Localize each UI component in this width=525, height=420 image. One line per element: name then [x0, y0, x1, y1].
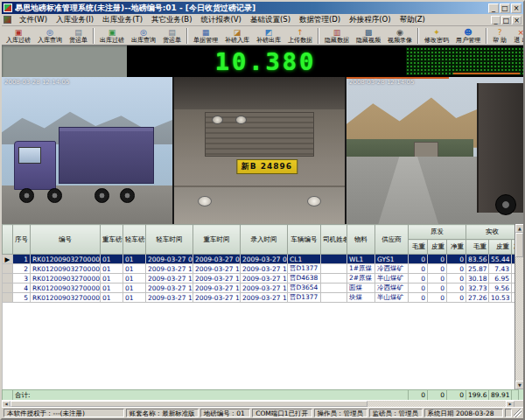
camera-right-feed[interactable]: 2008-03-28 12:14:05 [346, 77, 523, 224]
toolbar-separator [417, 28, 419, 44]
toolbar-button-8[interactable]: ◩补磅出库 [254, 26, 284, 45]
menu-item-6[interactable]: 数据管理(D) [295, 15, 345, 25]
row-selector[interactable] [3, 284, 13, 293]
totals-value: 0 [428, 390, 447, 401]
row-selector[interactable] [3, 274, 13, 284]
toolbar-button-16[interactable]: ×退 出 [511, 26, 525, 45]
column-header-2[interactable]: 重车磅号 [101, 225, 123, 255]
cell: RK0120090327000001 [31, 255, 101, 264]
outbound-search-icon: ◎ [140, 28, 147, 37]
toolbar-button-label: 出库过磅 [100, 37, 124, 44]
camera-center-feed[interactable]: 新B 24896 [174, 77, 346, 224]
cell: 01 [101, 255, 123, 264]
camera-left-feed[interactable]: 2008-03-28 12:14:05 [2, 77, 174, 224]
toolbar-button-9[interactable]: ↑上传数据 [285, 26, 315, 45]
column-header-3[interactable]: 轻车磅号 [123, 225, 146, 255]
column-header-0[interactable]: 序号 [13, 225, 31, 255]
scroll-down-icon[interactable]: ▼ [515, 381, 523, 389]
toolbar-button-7[interactable]: ◪补磅入库 [222, 26, 252, 45]
horizontal-scrollbar[interactable]: ◀ ▶ [2, 400, 523, 407]
menu-item-4[interactable]: 统计报表(V) [196, 15, 245, 25]
toolbar-button-3[interactable]: ▣出库过磅 [97, 26, 127, 45]
maximize-button[interactable]: □ [500, 4, 510, 13]
horizontal-scroll-thumb[interactable] [10, 401, 368, 407]
cell: 0 [447, 264, 466, 274]
scroll-up-icon[interactable]: ▲ [515, 224, 523, 233]
subcolumn-header-0-1[interactable]: 皮重 [428, 240, 447, 255]
column-header-7[interactable]: 车辆编号 [288, 225, 321, 255]
inbound-weigh-icon: ▣ [15, 28, 23, 37]
cell: 2009-03-27 17:46:00 [193, 284, 241, 293]
menu-item-1[interactable]: 入库业务(I) [52, 15, 98, 25]
row-selector[interactable]: ▶ [3, 255, 13, 264]
toolbar-button-5[interactable]: ▤货运单 [160, 26, 184, 45]
toolbar-button-10[interactable]: ▥隐藏数据 [322, 26, 352, 45]
cell [321, 255, 347, 264]
menu-item-8[interactable]: 帮助(Z) [395, 15, 429, 25]
cell: 2009-03-27 09:58:00 [241, 255, 288, 264]
toolbar-button-label: 隐藏视频 [356, 37, 381, 44]
subcolumn-header-0-0[interactable]: 毛重 [409, 240, 428, 255]
toolbar-button-label: 帮 助 [493, 37, 507, 44]
cell: 4 [13, 284, 31, 293]
menu-item-0[interactable]: 文件(W) [15, 15, 52, 25]
cell: 2009-03-27 17:50:00 [146, 274, 193, 284]
column-header-1[interactable]: 编号 [31, 225, 101, 255]
column-header-8[interactable]: 司机姓名 [321, 225, 347, 255]
vertical-scroll-thumb[interactable] [515, 233, 523, 257]
table-row[interactable]: 4RK012009032700000401012009-03-27 17:51:… [3, 284, 515, 293]
column-header-9[interactable]: 物料 [347, 225, 375, 255]
camera-timestamp: 2008-03-28 12:14:05 [4, 79, 69, 86]
subcolumn-header-1-1[interactable]: 皮重 [489, 240, 512, 255]
column-header-10[interactable]: 供应商 [375, 225, 409, 255]
toolbar-button-label: 单据管理 [193, 37, 218, 44]
mdi-restore-button[interactable]: □ [501, 16, 511, 24]
table-row[interactable]: 5RK012009032700000501012009-03-27 17:52:… [3, 293, 515, 303]
toolbar-button-label: 隐藏数据 [325, 37, 349, 44]
subcolumn-header-1-0[interactable]: 毛重 [466, 240, 489, 255]
table-row[interactable]: 2RK012009032700000201012009-03-27 17:44:… [3, 264, 515, 274]
vertical-scrollbar[interactable]: ▲ ▼ [514, 224, 523, 389]
vertical-scroll-track[interactable] [515, 233, 523, 381]
minimize-button[interactable]: _ [488, 4, 499, 13]
toolbar-button-1[interactable]: ◎入库查询 [35, 26, 65, 45]
mdi-close-button[interactable]: × [512, 16, 522, 24]
row-selector[interactable] [3, 264, 13, 274]
menu-item-3[interactable]: 其它业务(B) [147, 15, 196, 25]
outbound-weigh-icon: ▣ [108, 28, 116, 37]
subcolumn-header-0-2[interactable]: 净重 [447, 240, 466, 255]
toolbar-button-15[interactable]: ?帮 助 [490, 26, 509, 45]
hide-video-icon: ▩ [365, 28, 373, 37]
cell: 01 [101, 264, 123, 274]
toolbar-button-4[interactable]: ◎出库查询 [129, 26, 158, 45]
mdi-minimize-button[interactable]: _ [491, 16, 500, 24]
cell: 0 [409, 274, 428, 284]
resize-grip[interactable] [514, 409, 522, 417]
column-header-5[interactable]: 重车时间 [193, 225, 241, 255]
menu-item-7[interactable]: 外接程序(O) [345, 15, 395, 25]
column-header-4[interactable]: 轻车时间 [146, 225, 193, 255]
toolbar-button-13[interactable]: ✦修改密码 [422, 26, 452, 45]
table-row[interactable]: ▶1RK012009032700000101012009-03-27 09:58… [3, 255, 515, 264]
row-selector[interactable] [3, 293, 13, 303]
cell: 0 [428, 293, 447, 303]
cell: WL1 [347, 255, 375, 264]
toolbar-button-11[interactable]: ▩隐藏视频 [354, 26, 383, 45]
menu-item-2[interactable]: 出库业务(T) [98, 15, 147, 25]
menu-item-5[interactable]: 基础设置(S) [246, 15, 295, 25]
toolbar-button-6[interactable]: ▦单据管理 [191, 26, 220, 45]
cell: 2009-03-27 17:51:00 [146, 284, 193, 293]
cell [321, 293, 347, 303]
toolbar-button-14[interactable]: ☻用户管理 [453, 26, 483, 45]
close-button[interactable]: × [511, 4, 522, 13]
horizontal-scroll-track[interactable] [10, 401, 506, 407]
windshield-shadow [174, 77, 345, 109]
toolbar-button-2[interactable]: ▤货运单 [66, 26, 90, 45]
truck-bed [59, 127, 154, 184]
toolbar-button-0[interactable]: ▣入库过磅 [4, 26, 33, 45]
table-row[interactable]: 3RK012009032700000301012009-03-27 17:50:… [3, 274, 515, 284]
app-icon [4, 4, 12, 12]
toolbar-button-12[interactable]: ◉视频录像 [385, 26, 415, 45]
toolbar-separator [186, 28, 188, 44]
column-header-6[interactable]: 录入时间 [241, 225, 288, 255]
